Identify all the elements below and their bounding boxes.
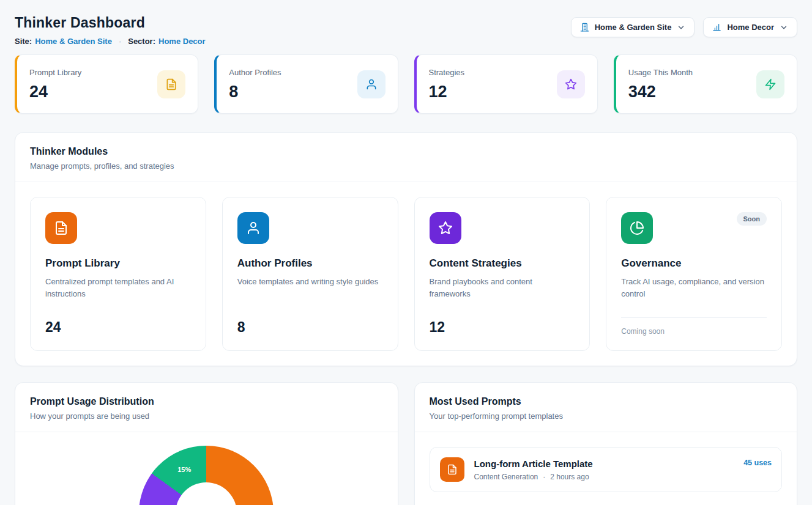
site-link[interactable]: Home & Garden Site (35, 37, 112, 46)
stat-card-usage: Usage This Month 342 (614, 54, 797, 114)
user-icon (357, 70, 386, 98)
module-card-prompt-library[interactable]: Prompt Library Centralized prompt templa… (30, 197, 206, 351)
lightning-icon (756, 70, 784, 98)
sector-link[interactable]: Home Decor (158, 37, 206, 46)
thinker-modules-card: Thinker Modules Manage prompts, profiles… (15, 132, 797, 366)
module-count: 8 (237, 308, 383, 336)
site-sector-line: Site: Home & Garden Site · Sector: Home … (15, 37, 206, 46)
module-description: Track AI usage, compliance, and version … (621, 276, 767, 300)
stat-label: Prompt Library (29, 68, 81, 77)
sector-label: Sector: (128, 37, 155, 46)
usage-card-header: Prompt Usage Distribution How your promp… (15, 383, 398, 432)
prompt-category: Content Generation (474, 473, 538, 481)
module-title: Author Profiles (237, 257, 383, 270)
title-block: Thinker Dashboard Site: Home & Garden Si… (15, 10, 206, 46)
dashboard-page: Thinker Dashboard Site: Home & Garden Si… (0, 0, 812, 505)
stat-text: Prompt Library 24 (29, 68, 81, 100)
module-title: Prompt Library (45, 257, 191, 270)
document-icon (45, 212, 77, 244)
module-card-content-strategies[interactable]: Content Strategies Brand playbooks and c… (414, 197, 590, 351)
site-selector-label: Home & Garden Site (595, 23, 672, 32)
most-used-header: Most Used Prompts Your top-performing pr… (415, 383, 797, 432)
bar-chart-icon (712, 23, 721, 32)
sector-selector-label: Home Decor (727, 23, 774, 32)
pie-chart-icon (621, 212, 653, 244)
usage-distribution-card: Prompt Usage Distribution How your promp… (15, 382, 398, 505)
stat-value: 342 (628, 84, 693, 100)
module-description: Centralized prompt templates and AI inst… (45, 276, 191, 300)
page-title: Thinker Dashboard (15, 15, 206, 31)
soon-badge: Soon (737, 212, 767, 226)
most-used-title: Most Used Prompts (430, 396, 783, 407)
module-title: Governance (621, 257, 767, 270)
module-card-author-profiles[interactable]: Author Profiles Voice templates and writ… (222, 197, 398, 351)
header-dropdowns: Home & Garden Site Home Decor (571, 17, 797, 37)
prompt-time: 2 hours ago (550, 473, 589, 481)
module-description: Voice templates and writing style guides (237, 276, 383, 288)
module-description: Brand playbooks and content frameworks (430, 276, 575, 300)
prompt-list-item[interactable]: Long-form Article Template Content Gener… (430, 447, 783, 492)
module-count: 12 (430, 308, 575, 336)
prompt-title: Long-form Article Template (474, 459, 593, 469)
usage-card-title: Prompt Usage Distribution (30, 396, 383, 407)
star-icon (430, 212, 461, 244)
stat-value: 8 (229, 84, 281, 100)
stat-value: 12 (429, 84, 465, 100)
chevron-down-icon (780, 23, 788, 32)
document-icon (440, 457, 464, 482)
document-icon (157, 70, 185, 98)
building-icon (580, 23, 589, 32)
modules-title: Thinker Modules (30, 146, 782, 157)
prompt-meta: Content Generation · 2 hours ago (474, 473, 593, 481)
modules-header: Thinker Modules Manage prompts, profiles… (15, 133, 797, 182)
usage-card-subtitle: How your prompts are being used (30, 411, 383, 421)
stat-label: Strategies (429, 68, 465, 77)
donut-segment-label: 15% (177, 466, 191, 473)
bottom-row: Prompt Usage Distribution How your promp… (15, 382, 797, 505)
most-used-prompts-card: Most Used Prompts Your top-performing pr… (414, 382, 798, 505)
site-selector-dropdown[interactable]: Home & Garden Site (571, 17, 695, 37)
chevron-down-icon (677, 23, 685, 32)
page-header: Thinker Dashboard Site: Home & Garden Si… (15, 10, 797, 46)
module-card-governance[interactable]: Soon Governance Track AI usage, complian… (606, 197, 782, 351)
stat-text: Strategies 12 (429, 68, 465, 100)
separator-dot: · (543, 473, 545, 481)
stat-card-author-profiles: Author Profiles 8 (214, 54, 398, 114)
modules-grid: Prompt Library Centralized prompt templa… (15, 182, 797, 366)
sector-selector-dropdown[interactable]: Home Decor (703, 17, 797, 37)
prompt-uses-badge: 45 uses (743, 459, 772, 467)
module-count: 24 (45, 308, 191, 336)
donut-chart: 15% (139, 446, 274, 505)
stat-card-prompt-library: Prompt Library 24 (15, 54, 198, 114)
stat-label: Author Profiles (229, 68, 281, 77)
stat-text: Author Profiles 8 (229, 68, 281, 100)
user-icon (237, 212, 269, 244)
prompt-list: Long-form Article Template Content Gener… (415, 432, 797, 505)
modules-subtitle: Manage prompts, profiles, and strategies (30, 161, 782, 171)
prompt-info: Long-form Article Template Content Gener… (474, 459, 593, 481)
module-title: Content Strategies (430, 257, 575, 270)
coming-soon-note: Coming soon (621, 317, 767, 336)
star-icon (557, 70, 585, 98)
donut-chart-area: 15% (15, 432, 398, 505)
stats-row: Prompt Library 24 Author Profiles 8 Stra… (15, 54, 797, 114)
most-used-subtitle: Your top-performing prompt templates (430, 411, 783, 421)
stat-value: 24 (29, 84, 81, 100)
site-label: Site: (15, 37, 32, 46)
stat-text: Usage This Month 342 (628, 68, 693, 100)
separator-dot: · (119, 37, 121, 46)
stat-label: Usage This Month (628, 68, 693, 77)
stat-card-strategies: Strategies 12 (414, 54, 598, 114)
